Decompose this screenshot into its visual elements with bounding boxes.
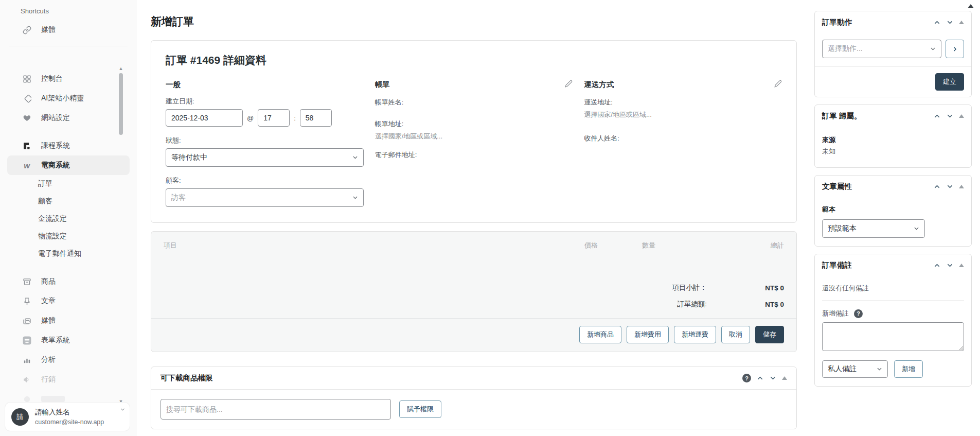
scrollbar-thumb[interactable] [119, 73, 123, 135]
note-type-select-value: 私人備註 [828, 364, 857, 374]
sidebar-item-label: 分析 [41, 355, 56, 364]
chevron-down-icon [876, 366, 883, 373]
help-icon[interactable]: ? [742, 374, 751, 382]
order-total-label: 訂單總額: [677, 300, 707, 309]
order-details-panel: 訂單 #1469 詳細資料 一般 建立日期: @ : 狀態: [151, 40, 797, 223]
collapse-icon[interactable] [959, 185, 964, 188]
note-textarea[interactable] [822, 322, 964, 351]
analytics-icon [22, 355, 32, 365]
collapse-icon[interactable] [782, 376, 787, 380]
notes-empty-text: 還沒有任何備註 [822, 283, 964, 301]
create-order-button[interactable]: 建立 [935, 73, 964, 91]
sidebar-item-label: 課程系統 [41, 141, 70, 150]
collapse-icon[interactable] [959, 21, 964, 24]
items-actions: 新增商品 新增費用 新增運費 取消 儲存 [151, 319, 796, 352]
move-up-icon[interactable] [933, 183, 941, 190]
sidebar-item-label: 商品 [41, 277, 56, 286]
downloadable-search-input[interactable] [161, 399, 391, 420]
move-up-icon[interactable] [933, 261, 941, 269]
billing-address-label: 帳單地址: [375, 119, 573, 129]
collapse-icon[interactable] [959, 114, 964, 118]
add-shipping-button[interactable]: 新增運費 [674, 326, 716, 343]
add-fee-button[interactable]: 新增費用 [627, 326, 669, 343]
sidebar-item-course-system[interactable]: 課程系統 [0, 136, 137, 155]
sidebar-scrollbar[interactable]: ▲ ▼ [118, 66, 123, 404]
sidebar-item-posts[interactable]: 文章 [0, 291, 137, 311]
sidebar-item-site-settings[interactable]: 網站設定 [0, 108, 137, 128]
move-down-icon[interactable] [769, 374, 777, 382]
subtotal-value: NT$ 0 [707, 284, 784, 292]
cancel-button[interactable]: 取消 [721, 326, 750, 343]
template-label: 範本 [822, 205, 964, 214]
apply-action-button[interactable] [946, 40, 964, 58]
billing-column: 帳單 帳單姓名: 帳單地址: 選擇國家/地區或區域... 電子郵件地址: [375, 80, 573, 207]
add-note-button[interactable]: 新增 [894, 360, 923, 378]
help-icon[interactable]: ? [854, 309, 863, 318]
edit-shipping-pencil-icon[interactable] [774, 80, 782, 88]
sidebar: Shortcuts 媒體 控制台 AI架站小精靈 網站設定 [0, 0, 137, 436]
sidebar-item-products[interactable]: 商品 [0, 272, 137, 291]
dashboard-icon [22, 74, 32, 84]
chevron-right-icon [952, 46, 958, 53]
grant-access-button[interactable]: 賦予權限 [399, 400, 441, 418]
sidebar-item-label: 電商系統 [41, 161, 70, 170]
created-date-label: 建立日期: [166, 97, 364, 106]
sidebar-subitem-payment-settings[interactable]: 金流設定 [0, 210, 137, 228]
move-up-icon[interactable] [756, 374, 764, 382]
sidebar-item-dashboard[interactable]: 控制台 [0, 69, 137, 89]
sidebar-item-marketing[interactable]: 行銷 [0, 370, 137, 389]
sidebar-item-media[interactable]: 媒體 [0, 311, 137, 330]
sidebar-subitem-customers[interactable]: 顧客 [0, 193, 137, 210]
diamond-icon [22, 93, 32, 103]
move-down-icon[interactable] [946, 183, 954, 190]
move-up-icon[interactable] [933, 19, 941, 26]
scroll-top-icon[interactable] [968, 4, 974, 8]
move-down-icon[interactable] [946, 112, 954, 120]
status-select[interactable]: 等待付款中 [166, 148, 364, 167]
order-notes-panel: 訂單備註 還沒有任何備註 新增備註 ? [814, 254, 972, 387]
chevron-down-icon [913, 225, 920, 232]
add-product-button[interactable]: 新增商品 [579, 326, 621, 343]
collapse-icon[interactable] [959, 264, 964, 267]
move-down-icon[interactable] [946, 261, 954, 269]
order-action-select[interactable]: 選擇動作... [822, 40, 941, 58]
column-price: 價格 [536, 241, 598, 250]
sidebar-item-form-system[interactable]: 表單系統 [0, 330, 137, 350]
billing-address-placeholder: 選擇國家/地區或區域... [375, 132, 573, 141]
created-date-input[interactable] [166, 109, 243, 127]
sidebar-item-label: 媒體 [41, 316, 56, 325]
sidebar-subitem-shipping-settings[interactable]: 物流設定 [0, 228, 137, 245]
sidebar-subitem-orders[interactable]: 訂單 [0, 175, 137, 193]
billing-email-label: 電子郵件地址: [375, 150, 573, 160]
user-email: customer@site-now.app [35, 418, 104, 426]
sidebar-subitem-email-notifications[interactable]: 電子郵件通知 [0, 245, 137, 263]
page-title: 新增訂單 [151, 14, 797, 29]
sidebar-item-label: 媒體 [41, 25, 56, 34]
save-button[interactable]: 儲存 [755, 326, 784, 343]
sidebar-item-label: AI架站小精靈 [41, 94, 84, 103]
sidebar-item-media-shortcut[interactable]: 媒體 [0, 20, 137, 40]
shipping-heading: 運送方式 [584, 80, 614, 90]
minute-input[interactable] [300, 109, 332, 127]
note-type-select[interactable]: 私人備註 [822, 360, 888, 378]
sidebar-divider [9, 46, 128, 46]
heart-icon [22, 113, 32, 123]
scrollbar-up-icon[interactable]: ▲ [118, 66, 123, 71]
edit-billing-pencil-icon[interactable] [565, 80, 573, 88]
order-items-panel: 項目 價格 數量 總計 項目小計： NT$ 0 訂單總額: NT$ 0 [151, 231, 797, 352]
move-down-icon[interactable] [946, 19, 954, 26]
customer-select[interactable]: 訪客 [166, 188, 364, 207]
move-up-icon[interactable] [933, 112, 941, 120]
sidebar-item-ai-wizard[interactable]: AI架站小精靈 [0, 89, 137, 108]
product-box-icon [22, 276, 32, 287]
hour-input[interactable] [258, 109, 290, 127]
course-system-logo-icon [22, 141, 32, 151]
post-attributes-panel: 文章屬性 範本 預設範本 [814, 175, 972, 247]
template-select[interactable]: 預設範本 [822, 219, 925, 238]
user-profile-card[interactable]: 請 請輸入姓名 customer@site-now.app [5, 403, 130, 431]
sidebar-item-analytics[interactable]: 分析 [0, 350, 137, 370]
sidebar-item-label: 行銷 [41, 375, 56, 384]
sidebar-item-ecommerce[interactable]: w 電商系統 [7, 155, 130, 175]
order-total-value: NT$ 0 [707, 301, 784, 308]
sidebar-item-label: 控制台 [41, 74, 63, 83]
